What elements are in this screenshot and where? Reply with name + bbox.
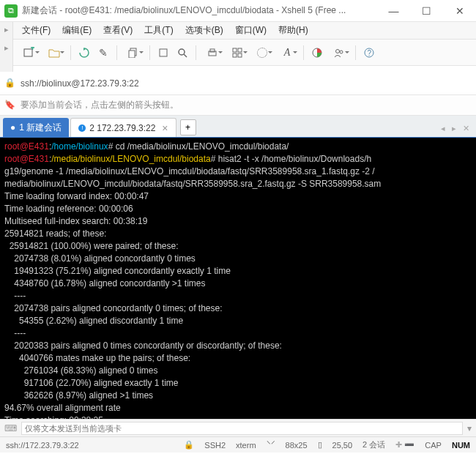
- status-ssh: SSH2: [204, 441, 226, 450]
- tab-label: 2 172.23.79.3:22: [89, 123, 155, 133]
- users-button[interactable]: [327, 44, 351, 62]
- color-button[interactable]: [308, 44, 326, 62]
- reconnect-button[interactable]: [75, 44, 93, 62]
- svg-rect-3: [160, 49, 167, 56]
- menu-tools[interactable]: 工具(T): [138, 23, 179, 38]
- status-size-icon: ⸌⸍: [267, 440, 275, 450]
- maximize-button[interactable]: ☐: [410, 0, 443, 22]
- tab-host[interactable]: ! 2 172.23.79.3:22 ×: [70, 118, 176, 137]
- font-button[interactable]: A: [275, 44, 299, 62]
- menu-file[interactable]: 文件(F): [16, 23, 56, 38]
- status-sessions: 2 会话: [362, 439, 385, 450]
- tab-label: 1 新建会话: [19, 122, 62, 134]
- status-ssh-icon: 🔒: [184, 440, 194, 450]
- encoding-button[interactable]: [250, 44, 274, 62]
- menu-help[interactable]: 帮助(H): [272, 23, 314, 38]
- open-button[interactable]: [42, 44, 66, 62]
- close-button[interactable]: ✕: [443, 0, 476, 22]
- title-bar: ⧉ 新建会话 - root@E431: /media/biolinux/LENO…: [0, 0, 476, 22]
- help-button[interactable]: ?: [360, 44, 378, 62]
- lock-icon: 🔒: [4, 78, 16, 89]
- svg-rect-0: [24, 49, 32, 56]
- tab-close-icon[interactable]: ×: [162, 122, 168, 134]
- gutter-arrow-icon[interactable]: ▸: [4, 43, 9, 53]
- status-host: ssh://172.23.79.3:22: [6, 441, 79, 450]
- menu-view[interactable]: 查看(V): [97, 23, 138, 38]
- status-pos-icon: ▯: [318, 440, 322, 450]
- layout-button[interactable]: [226, 44, 249, 62]
- svg-text:?: ?: [368, 49, 372, 57]
- terminal[interactable]: root@E431:/home/biolinux# cd /media/biol…: [0, 138, 476, 419]
- app-icon: ⧉: [4, 4, 18, 18]
- status-pos: 25,50: [332, 441, 353, 450]
- add-tab-button[interactable]: +: [180, 119, 196, 135]
- properties-button[interactable]: [155, 44, 172, 62]
- search-button[interactable]: [174, 44, 191, 62]
- tab-new-session[interactable]: ● 1 新建会话: [3, 118, 69, 137]
- copy-button[interactable]: [122, 44, 145, 62]
- status-num: NUM: [452, 441, 470, 450]
- hint-text: 要添加当前会话，点击左侧的箭头按钮。: [21, 99, 179, 111]
- svg-rect-2: [129, 51, 135, 58]
- menu-window[interactable]: 窗口(W): [229, 23, 272, 38]
- status-cap: CAP: [425, 441, 442, 450]
- address-text[interactable]: ssh://biolinux@172.23.79.3:22: [21, 78, 472, 89]
- print-button[interactable]: [201, 44, 224, 62]
- status-bar: ssh://172.23.79.3:22 🔒 SSH2 xterm ⸌⸍ 88x…: [0, 436, 476, 453]
- toolbar: ✎ A ?: [13, 40, 476, 66]
- send-icon[interactable]: ⌨: [4, 423, 17, 433]
- svg-rect-9: [233, 53, 237, 57]
- status-term: xterm: [236, 441, 256, 450]
- send-input[interactable]: [21, 422, 463, 435]
- bookmark-icon[interactable]: 🔖: [4, 100, 16, 111]
- menu-bar: 文件(F) 编辑(E) 查看(V) 工具(T) 选项卡(B) 窗口(W) 帮助(…: [13, 22, 476, 40]
- left-gutter: ▸ ▸: [0, 22, 13, 72]
- svg-point-13: [340, 51, 343, 53]
- hint-bar: 🔖 要添加当前会话，点击左侧的箭头按钮。: [0, 95, 476, 116]
- tabs-nav[interactable]: ◂ ▸ ✕: [441, 124, 472, 133]
- status-size: 88x25: [286, 441, 308, 450]
- send-bar: ⌨ ▾: [0, 419, 476, 436]
- svg-point-12: [336, 49, 340, 53]
- minimize-button[interactable]: —: [377, 0, 410, 22]
- tab-dot-icon: ●: [10, 122, 15, 133]
- menu-tabs[interactable]: 选项卡(B): [179, 23, 229, 38]
- tab-strip: ● 1 新建会话 ! 2 172.23.79.3:22 × + ◂ ▸ ✕: [0, 116, 476, 138]
- send-target-icon[interactable]: ▾: [467, 423, 472, 433]
- gutter-arrow-icon[interactable]: ▸: [4, 25, 9, 34]
- svg-point-4: [179, 49, 185, 55]
- menu-edit[interactable]: 编辑(E): [56, 23, 97, 38]
- new-session-button[interactable]: [18, 44, 41, 62]
- address-bar: 🔒 ssh://biolinux@172.23.79.3:22: [0, 72, 476, 95]
- disconnect-button[interactable]: ✎: [94, 44, 112, 62]
- svg-rect-8: [238, 48, 242, 52]
- tab-dot-icon: !: [78, 124, 86, 132]
- svg-rect-10: [238, 53, 242, 57]
- status-nav-icon[interactable]: ✚ ➖: [395, 440, 414, 450]
- encoding-icon: [257, 48, 267, 58]
- svg-rect-7: [233, 48, 237, 52]
- window-title: 新建会话 - root@E431: /media/biolinux/LENOVO…: [22, 4, 377, 17]
